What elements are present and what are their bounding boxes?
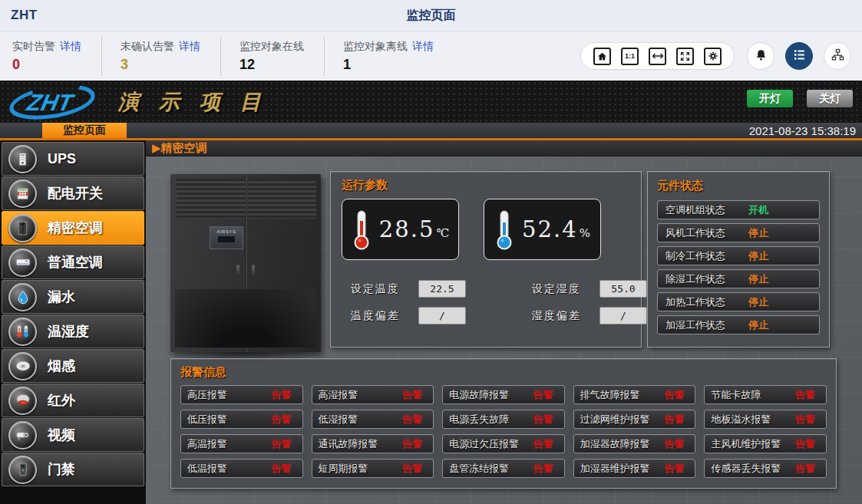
sidebar-item-device-1[interactable]: 配电开关: [2, 176, 144, 210]
alarm-value: 告警: [533, 413, 558, 427]
fit-width-icon[interactable]: [649, 48, 666, 65]
fullscreen-icon[interactable]: [676, 48, 694, 65]
sidebar-item-label: 精密空调: [48, 219, 103, 237]
stats-bar: 实时告警详情0未确认告警详情3监控对象在线12监控对象离线详情1 1:1: [0, 31, 862, 81]
stat-group-0: 实时告警详情0: [11, 37, 102, 76]
thermometer-red-icon: [352, 209, 372, 250]
status-row: 加热工作状态停止: [657, 292, 820, 311]
topology-icon: [831, 48, 844, 64]
alarm-value: 告警: [664, 388, 689, 402]
status-row: 空调机组状态开机: [657, 200, 820, 219]
ac-vent: [177, 179, 246, 219]
stat-group-3: 监控对象离线详情1: [342, 37, 454, 76]
alarm-label: 低湿报警: [319, 413, 403, 427]
alarm-value: 告警: [402, 413, 427, 427]
alarm-value: 告警: [272, 462, 296, 476]
sidebar-item-device-6[interactable]: 烟感: [2, 349, 144, 383]
alarm-cell: 短周期报警告警: [312, 459, 434, 478]
light-on-button[interactable]: 开灯: [747, 90, 793, 107]
sidebar-item-device-9[interactable]: 门禁: [2, 453, 144, 486]
humidity-value: 52.4: [522, 216, 578, 242]
smoke-icon: [8, 352, 37, 380]
topology-button[interactable]: [824, 42, 851, 70]
alarm-label: 盘管冻结报警: [449, 462, 533, 476]
alarm-cell: 高湿报警告警: [312, 385, 434, 404]
stat-value: 3: [121, 57, 200, 73]
status-row: 风机工作状态停止: [657, 223, 820, 242]
alarm-label: 短周期报警: [319, 462, 403, 476]
temperature-value: 28.5: [379, 216, 435, 242]
status-row-value: 停止: [748, 318, 811, 332]
sidebar-item-device-7[interactable]: 红外: [2, 384, 144, 417]
view-toolbar: 1:1: [580, 42, 735, 70]
home-icon[interactable]: [593, 48, 611, 65]
alarm-label: 加湿器故障报警: [580, 437, 665, 451]
alarm-info-panel: 报警信息 高压报警告警高湿报警告警电源故障报警告警排气故障报警告警节能卡故障告警…: [170, 358, 837, 489]
alarm-value: 告警: [795, 413, 820, 427]
alarm-value: 告警: [402, 388, 427, 402]
sidebar-item-ups[interactable]: UPS: [2, 142, 144, 176]
device-sidebar: UPS配电开关精密空调普通空调漏水温湿度烟感红外视频门禁: [0, 140, 146, 504]
ac-brand-badge: AIRSYS: [210, 226, 243, 249]
project-name: 演示项目: [118, 88, 281, 116]
param-field-value[interactable]: 22.5: [418, 280, 466, 298]
one-to-one-icon[interactable]: 1:1: [621, 48, 639, 65]
ac-unit-image: AIRSYS: [170, 174, 321, 352]
alarm-label: 低温报警: [187, 462, 272, 476]
stat-group-2: 监控对象在线12: [238, 37, 325, 76]
alarm-value: 告警: [533, 437, 558, 451]
alarm-list-button[interactable]: [785, 42, 813, 70]
sidebar-item-device-2[interactable]: 精密空调: [2, 211, 144, 245]
alarm-value: 告警: [664, 413, 689, 427]
sidebar-item-device-8[interactable]: 视频: [2, 418, 144, 452]
precision-ac-icon: [8, 214, 37, 242]
stat-value: 0: [12, 57, 81, 73]
alarm-label: 高温报警: [187, 437, 272, 451]
param-field-value[interactable]: 55.0: [599, 280, 647, 298]
alarm-label: 电源过欠压报警: [449, 437, 533, 451]
sidebar-item-label: 烟感: [48, 357, 75, 375]
status-row: 除湿工作状态停止: [657, 269, 820, 288]
stat-label: 实时告警: [12, 40, 55, 52]
alarm-label: 节能卡故障: [711, 388, 795, 402]
ac-door-handle: [252, 265, 255, 277]
alarm-label: 主风机维护报警: [711, 437, 795, 451]
status-row-label: 制冷工作状态: [665, 249, 748, 263]
sidebar-item-device-3[interactable]: 普通空调: [2, 245, 144, 279]
param-field-value[interactable]: /: [418, 307, 466, 324]
alarm-cell: 高温报警告警: [180, 434, 303, 453]
status-row-label: 加湿工作状态: [665, 318, 748, 332]
param-field-value[interactable]: /: [599, 307, 647, 324]
alarm-cell: 节能卡故障告警: [704, 385, 827, 404]
thermometer-blue-icon: [494, 209, 514, 250]
alarm-label: 通讯故障报警: [319, 437, 403, 451]
alarm-cell: 地板溢水报警告警: [704, 410, 827, 429]
sidebar-item-label: 温湿度: [48, 322, 89, 341]
stat-details-link[interactable]: 详情: [412, 40, 434, 52]
sidebar-item-label: 视频: [48, 426, 75, 444]
settings-icon[interactable]: [704, 48, 722, 65]
ac-icon: [8, 249, 37, 277]
sidebar-item-device-4[interactable]: 漏水: [2, 280, 144, 314]
infrared-icon: [8, 387, 37, 415]
alarm-cell: 传感器丢失报警告警: [704, 459, 827, 478]
ac-brand-label: AIRSYS: [216, 229, 236, 234]
param-field-label: 设定温度: [351, 282, 409, 296]
alarm-value: 告警: [402, 462, 427, 476]
alarm-label: 高压报警: [187, 388, 272, 402]
alarm-cell: 排气故障报警告警: [573, 385, 696, 404]
sidebar-item-label: 漏水: [48, 288, 75, 306]
alarm-value: 告警: [272, 413, 296, 427]
status-row-value: 停止: [748, 295, 811, 309]
sidebar-item-device-5[interactable]: 温湿度: [2, 315, 144, 348]
tab-monitor-page[interactable]: 监控页面: [42, 123, 127, 138]
alarm-label: 排气故障报警: [580, 388, 665, 402]
alarm-value: 告警: [664, 462, 689, 476]
ac-vent: [247, 179, 316, 219]
bell-button[interactable]: [747, 42, 774, 70]
bell-icon: [755, 48, 768, 64]
stat-details-link[interactable]: 详情: [179, 40, 200, 52]
stat-details-link[interactable]: 详情: [60, 40, 81, 52]
alarm-value: 告警: [272, 437, 296, 451]
light-off-button[interactable]: 关灯: [807, 90, 853, 107]
